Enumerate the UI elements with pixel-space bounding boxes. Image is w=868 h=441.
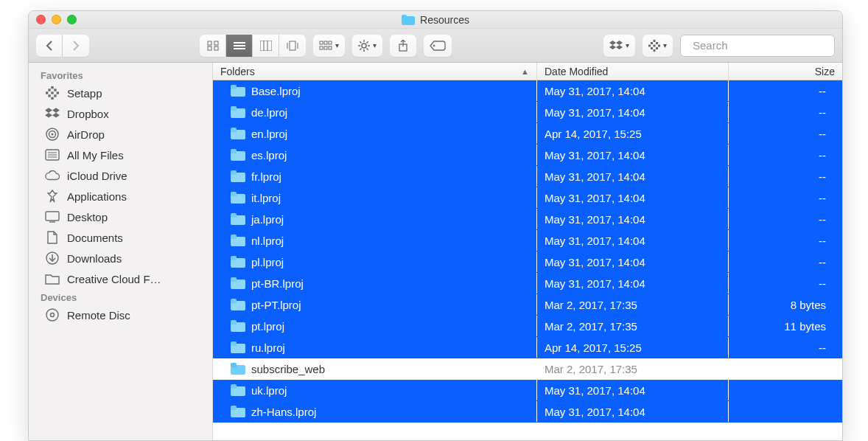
table-row[interactable]: Base.lprojMay 31, 2017, 14:04-- [213,80,842,102]
view-coverflow-button[interactable] [279,35,306,57]
share-button[interactable] [390,35,416,57]
table-row[interactable]: pt-PT.lprojMar 2, 2017, 17:358 bytes [213,294,842,316]
downloads-icon [45,251,60,265]
svg-rect-18 [329,46,332,49]
setapp-toolbar-button[interactable]: ▾ [643,35,673,57]
cell-name: ja.lproj [213,209,536,229]
folder-icon [402,15,415,25]
sidebar-item-applications[interactable]: Applications [29,186,212,206]
svg-point-53 [52,133,54,136]
cell-date: May 31, 2017, 14:04 [537,80,728,101]
column-header-date[interactable]: Date Modified [537,63,729,80]
file-date: May 31, 2017, 14:04 [545,213,645,226]
back-button[interactable] [36,35,63,57]
titlebar[interactable]: Resources [29,11,842,29]
column-header-size[interactable]: Size [729,63,842,80]
file-name: pt.lproj [251,320,284,333]
table-row[interactable]: ru.lprojApr 14, 2017, 15:25-- [213,337,842,358]
sidebar[interactable]: FavoritesSetappDropboxAirDropAll My File… [29,63,213,440]
search-input[interactable] [693,39,833,52]
sidebar-item-label: iCloud Drive [67,170,127,182]
zoom-icon[interactable] [67,15,77,24]
file-name: ja.lproj [251,213,284,226]
folder-icon [45,272,60,285]
table-row[interactable]: nl.lprojMay 31, 2017, 14:04-- [213,230,842,251]
sidebar-item-downloads[interactable]: Downloads [29,248,212,268]
close-icon[interactable] [36,15,46,24]
cell-name: es.lproj [213,145,536,165]
folder-icon [231,256,245,268]
file-size: -- [819,341,826,354]
table-row[interactable]: es.lprojMay 31, 2017, 14:04-- [213,145,842,166]
file-size: -- [819,149,826,162]
sidebar-item-dropbox[interactable]: Dropbox [29,103,212,124]
table-row[interactable]: pt.lprojMar 2, 2017, 17:3511 bytes [213,316,842,337]
sidebar-item-label: Applications [67,190,127,203]
sidebar-item-icloud-drive[interactable]: iCloud Drive [29,165,212,186]
svg-line-26 [360,48,361,49]
cell-name: pt-BR.lproj [213,273,536,294]
table-row[interactable]: fr.lprojMay 31, 2017, 14:04-- [213,166,842,187]
folder-icon [231,277,245,289]
svg-line-27 [367,41,368,43]
file-name: pt-BR.lproj [251,277,304,290]
tags-button[interactable] [424,35,452,57]
folder-icon [231,85,245,97]
sidebar-item-desktop[interactable]: Desktop [29,206,212,227]
table-row[interactable]: ja.lprojMay 31, 2017, 14:04-- [213,209,842,230]
sidebar-item-all-my-files[interactable]: All My Files [29,145,212,165]
svg-rect-17 [324,46,327,49]
table-row[interactable]: en.lprojApr 14, 2017, 15:25-- [213,123,842,145]
cell-date: May 31, 2017, 14:04 [537,145,728,165]
dropbox-button[interactable]: ▾ [603,35,635,57]
cell-size: -- [729,209,842,229]
file-name: fr.lproj [251,170,281,183]
table-row[interactable]: pt-BR.lprojMay 31, 2017, 14:04-- [213,273,842,294]
finder-window: Resources [28,10,843,441]
file-name: en.lproj [251,128,287,140]
file-rows[interactable]: Base.lprojMay 31, 2017, 14:04--de.lprojM… [213,80,842,440]
svg-rect-1 [214,41,218,45]
svg-rect-37 [651,47,653,49]
sidebar-item-remote-disc[interactable]: Remote Disc [29,305,212,325]
cell-name: pt-PT.lproj [213,294,536,315]
table-row[interactable]: pl.lprojMay 31, 2017, 14:04-- [213,251,842,273]
svg-rect-14 [324,41,327,44]
column-headers: Folders ▲ Date Modified Size [213,63,842,80]
cell-size: -- [729,273,842,294]
tags-button-group [424,35,452,57]
cell-date: May 31, 2017, 14:04 [537,187,728,208]
sidebar-item-airdrop[interactable]: AirDrop [29,124,212,145]
file-name: es.lproj [251,149,287,162]
action-button[interactable]: ▾ [352,35,382,57]
sidebar-item-setapp[interactable]: Setapp [29,83,212,103]
folder-icon [231,299,245,310]
view-list-button[interactable] [226,35,253,57]
file-date: May 31, 2017, 14:04 [545,192,645,204]
table-row[interactable]: it.lprojMay 31, 2017, 14:04-- [213,187,842,209]
view-mode-buttons [200,35,306,57]
minimize-icon[interactable] [52,15,61,24]
view-icons-button[interactable] [200,35,226,57]
table-row[interactable]: de.lprojMay 31, 2017, 14:04-- [213,102,842,123]
sidebar-item-documents[interactable]: Documents [29,227,212,248]
dropbox-icon [45,107,60,120]
table-row[interactable]: uk.lprojMay 31, 2017, 14:04 [213,380,842,401]
svg-rect-45 [57,91,59,94]
sidebar-item-creative-cloud-f[interactable]: Creative Cloud F… [29,268,212,289]
table-row[interactable]: zh-Hans.lprojMay 31, 2017, 14:04 [213,401,842,423]
cell-name: ru.lproj [213,337,536,358]
arrange-button[interactable]: ▾ [313,35,345,57]
table-row[interactable]: subscribe_webMar 2, 2017, 17:35 [213,358,842,380]
file-name: pl.lproj [251,256,284,268]
folder-icon [231,235,245,246]
view-columns-button[interactable] [253,35,279,57]
search-field[interactable] [680,35,835,57]
column-header-name-label: Folders [220,66,255,77]
file-date: May 31, 2017, 14:04 [545,406,645,418]
forward-button[interactable] [63,35,89,57]
column-header-name[interactable]: Folders ▲ [213,63,537,80]
cell-name: fr.lproj [213,166,536,187]
sidebar-item-label: AirDrop [67,128,105,141]
file-name: ru.lproj [251,341,285,354]
